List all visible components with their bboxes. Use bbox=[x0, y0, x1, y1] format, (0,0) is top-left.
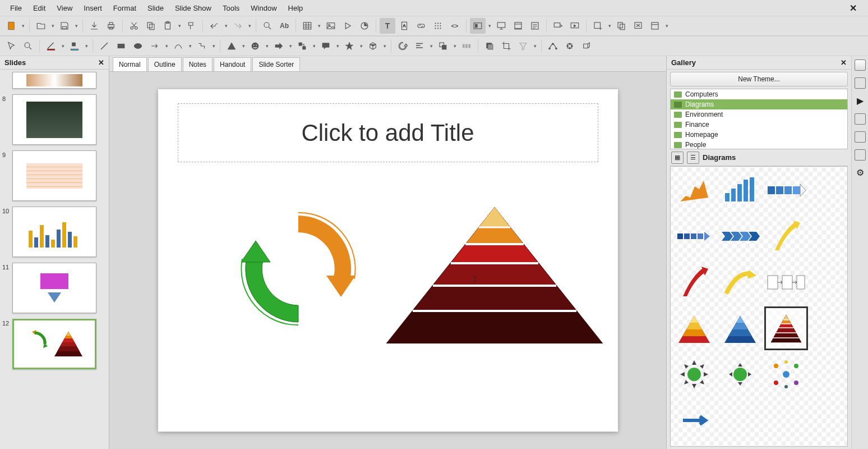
star-icon[interactable] bbox=[341, 38, 357, 54]
icon-view-icon[interactable]: ▦ bbox=[671, 152, 684, 164]
gallery-item[interactable] bbox=[766, 354, 806, 395]
table-icon[interactable] bbox=[299, 18, 315, 34]
basic-shapes-icon[interactable] bbox=[224, 38, 239, 54]
gallery-item[interactable] bbox=[674, 216, 714, 256]
header-footer-icon[interactable] bbox=[510, 18, 526, 34]
dropdown-icon[interactable]: ▾ bbox=[84, 43, 89, 49]
dropdown-icon[interactable]: ▾ bbox=[50, 23, 56, 29]
dropdown-icon[interactable]: ▾ bbox=[164, 43, 169, 49]
gallery-item[interactable] bbox=[720, 216, 760, 256]
theme-item-finance[interactable]: Finance bbox=[671, 120, 847, 130]
new-theme-button[interactable]: New Theme... bbox=[670, 72, 848, 86]
flowchart-icon[interactable] bbox=[294, 38, 310, 54]
menu-edit[interactable]: Edit bbox=[27, 2, 51, 15]
gallery-item[interactable] bbox=[720, 170, 760, 210]
distribute-icon[interactable] bbox=[459, 38, 474, 54]
connector-icon[interactable] bbox=[194, 38, 210, 54]
gallery-item[interactable] bbox=[720, 308, 760, 349]
dropdown-icon[interactable]: ▾ bbox=[187, 43, 193, 49]
spellcheck-icon[interactable]: Ab bbox=[276, 18, 292, 34]
gallery-item[interactable] bbox=[674, 170, 714, 210]
gallery-item[interactable] bbox=[674, 354, 714, 395]
align-icon[interactable] bbox=[412, 38, 427, 54]
open-icon[interactable] bbox=[33, 18, 49, 34]
tab-handout[interactable]: Handout bbox=[214, 57, 251, 71]
slides-list[interactable]: 8 9 10 11 12 bbox=[0, 70, 109, 449]
presentation-icon[interactable] bbox=[493, 18, 509, 34]
dropdown-icon[interactable]: ▾ bbox=[311, 43, 317, 49]
tab-slidesorter[interactable]: Slide Sorter bbox=[252, 57, 300, 71]
block-arrows-icon[interactable] bbox=[271, 38, 287, 54]
clone-format-icon[interactable] bbox=[183, 18, 199, 34]
line-color-icon[interactable] bbox=[43, 38, 59, 54]
rotate-icon[interactable] bbox=[395, 38, 410, 54]
save-icon[interactable] bbox=[57, 18, 72, 34]
slide-thumb[interactable] bbox=[2, 72, 107, 89]
gallery-icon[interactable] bbox=[855, 149, 866, 161]
rectangle-icon[interactable] bbox=[113, 38, 129, 54]
gallery-item[interactable] bbox=[766, 262, 806, 303]
paste-icon[interactable] bbox=[160, 18, 176, 34]
properties-icon[interactable] bbox=[855, 59, 866, 71]
redo-icon[interactable] bbox=[230, 18, 246, 34]
cut-icon[interactable] bbox=[126, 18, 142, 34]
dropdown-icon[interactable]: ▾ bbox=[532, 43, 538, 49]
layout-icon[interactable] bbox=[647, 18, 663, 34]
dropdown-icon[interactable]: ▾ bbox=[664, 23, 670, 29]
undo-icon[interactable] bbox=[206, 18, 222, 34]
styles-icon[interactable] bbox=[855, 131, 866, 143]
crop-icon[interactable] bbox=[498, 38, 514, 54]
media-icon[interactable] bbox=[340, 18, 355, 34]
fill-color-icon[interactable] bbox=[67, 38, 82, 54]
special-char-icon[interactable]: <> bbox=[447, 18, 463, 34]
dropdown-icon[interactable]: ▾ bbox=[428, 43, 434, 49]
dropdown-icon[interactable]: ▾ bbox=[211, 43, 216, 49]
theme-item-people[interactable]: People bbox=[671, 140, 847, 149]
gluepoints-icon[interactable] bbox=[562, 38, 578, 54]
menu-view[interactable]: View bbox=[51, 2, 78, 15]
extrusion-icon[interactable] bbox=[579, 38, 594, 54]
copy-icon[interactable] bbox=[143, 18, 159, 34]
dropdown-icon[interactable]: ▾ bbox=[358, 43, 364, 49]
points-icon[interactable] bbox=[545, 38, 561, 54]
menu-slideshow[interactable]: Slide Show bbox=[169, 2, 217, 15]
list-view-icon[interactable]: ☰ bbox=[687, 152, 699, 164]
gallery-item[interactable] bbox=[766, 170, 806, 210]
cycle-diagram-object[interactable] bbox=[214, 196, 382, 342]
theme-item-homepage[interactable]: Homepage bbox=[671, 130, 847, 140]
line-icon[interactable] bbox=[96, 38, 112, 54]
close-icon[interactable]: ✕ bbox=[844, 1, 862, 16]
shadow-icon[interactable] bbox=[482, 38, 497, 54]
menu-tools[interactable]: Tools bbox=[217, 2, 245, 15]
navigator-icon[interactable]: ⚙ bbox=[855, 167, 866, 178]
master-slides-icon[interactable] bbox=[855, 113, 866, 125]
theme-list[interactable]: Computers Diagrams Environment Finance H… bbox=[670, 89, 848, 149]
chart-icon[interactable] bbox=[357, 18, 372, 34]
menu-window[interactable]: Window bbox=[245, 2, 282, 15]
dropdown-icon[interactable]: ▾ bbox=[241, 43, 246, 49]
menu-format[interactable]: Format bbox=[108, 2, 142, 15]
menu-slide[interactable]: Slide bbox=[142, 2, 169, 15]
zoom-icon[interactable] bbox=[20, 38, 36, 54]
gallery-item[interactable] bbox=[674, 262, 714, 303]
gallery-item[interactable] bbox=[674, 400, 714, 441]
find-icon[interactable] bbox=[260, 18, 275, 34]
menu-file[interactable]: File bbox=[4, 2, 27, 15]
gallery-item[interactable] bbox=[766, 308, 806, 349]
print-icon[interactable] bbox=[103, 18, 119, 34]
dropdown-icon[interactable]: ▾ bbox=[335, 43, 340, 49]
dropdown-icon[interactable]: ▾ bbox=[247, 23, 252, 29]
new-slide-icon[interactable] bbox=[590, 18, 606, 34]
dropdown-icon[interactable]: ▾ bbox=[607, 23, 612, 29]
gallery-item[interactable] bbox=[720, 262, 760, 303]
gallery-item[interactable] bbox=[766, 216, 806, 256]
animation-icon[interactable]: ▶ bbox=[855, 95, 866, 107]
arrange-icon[interactable] bbox=[435, 38, 451, 54]
gallery-grid[interactable] bbox=[670, 166, 848, 447]
tab-outline[interactable]: Outline bbox=[148, 57, 182, 71]
theme-item-computers[interactable]: Computers bbox=[671, 89, 847, 99]
slide-thumb[interactable]: 8 bbox=[2, 94, 107, 145]
slide-canvas[interactable]: Click to add Title bbox=[158, 89, 618, 432]
export-icon[interactable] bbox=[86, 18, 102, 34]
grid-icon[interactable] bbox=[430, 18, 446, 34]
